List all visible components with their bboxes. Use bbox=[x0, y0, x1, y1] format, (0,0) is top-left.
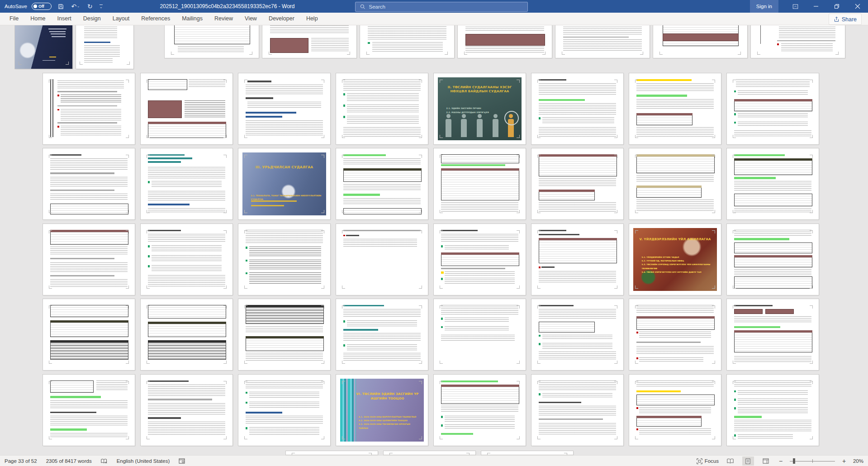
zoom-level[interactable]: 20% bbox=[853, 458, 863, 464]
autosave-label: AutoSave bbox=[5, 4, 27, 9]
page-thumbnail[interactable] bbox=[141, 299, 232, 370]
word-count[interactable]: 2305 of 8417 words bbox=[46, 458, 92, 464]
toggle-knob-icon bbox=[33, 5, 37, 8]
page-thumbnail[interactable] bbox=[629, 148, 721, 219]
page-thumbnail[interactable] bbox=[727, 375, 819, 446]
ribbon-display-options-button[interactable] bbox=[785, 0, 806, 13]
close-button[interactable] bbox=[847, 0, 868, 13]
page-thumbnail[interactable] bbox=[141, 224, 232, 295]
page-thumbnail[interactable] bbox=[434, 148, 526, 219]
page-thumbnail[interactable]: II. ТӨСЛИЙН СУДАЛГААНЫ ХЭСЭГ НӨХЦӨЛ БАЙД… bbox=[434, 73, 526, 144]
document-canvas[interactable]: II. ТӨСЛИЙН СУДАЛГААНЫ ХЭСЭГ НӨХЦӨЛ БАЙД… bbox=[0, 25, 868, 455]
title-bar: AutoSave Off ↶⌄ ↻ ⌄ 202512_190013095c04b… bbox=[0, 0, 868, 13]
page-thumbnail[interactable] bbox=[141, 148, 232, 219]
focus-button[interactable]: Focus bbox=[697, 458, 719, 464]
customize-quick-access-toolbar-icon[interactable]: ⌄ bbox=[100, 5, 103, 8]
page-thumbnail[interactable] bbox=[629, 299, 721, 370]
page-thumbnail[interactable] bbox=[531, 299, 623, 370]
page-thumbnail[interactable] bbox=[629, 73, 721, 144]
page-thumbnail[interactable] bbox=[727, 73, 819, 144]
page-thumbnail[interactable] bbox=[336, 148, 428, 219]
tab-layout[interactable]: Layout bbox=[107, 13, 136, 25]
person-figure-icon bbox=[508, 119, 514, 137]
page-thumbnail[interactable] bbox=[384, 451, 475, 455]
page-thumbnail[interactable] bbox=[43, 375, 135, 446]
web-layout-icon bbox=[763, 458, 769, 464]
page-thumbnail[interactable] bbox=[141, 375, 232, 446]
page-thumbnail[interactable] bbox=[531, 375, 623, 446]
page-thumbnail[interactable] bbox=[434, 375, 526, 446]
zoom-slider[interactable] bbox=[790, 456, 835, 466]
page-thumbnail[interactable] bbox=[43, 224, 135, 295]
undo-icon[interactable]: ↶⌄ bbox=[71, 1, 81, 11]
zoom-in-button[interactable]: + bbox=[841, 457, 847, 465]
page-thumbnail[interactable] bbox=[727, 299, 819, 370]
tab-mailings[interactable]: Mailings bbox=[176, 13, 209, 25]
page-indicator[interactable]: Page 33 of 52 bbox=[5, 458, 37, 464]
page-thumbnail[interactable] bbox=[751, 25, 845, 58]
page-thumbnail[interactable] bbox=[238, 299, 330, 370]
restore-button[interactable] bbox=[826, 0, 847, 13]
page-thumbnail[interactable]: III. УРЬДЧИЛСАН СУДАЛГАА3.1. ТЕХНОЛОГИ, … bbox=[238, 148, 330, 219]
share-button[interactable]: Share bbox=[829, 14, 862, 25]
page-thumbnail[interactable]: V. ҮЙЛДВЭРЛЭЛИЙН ҮЙЛ АЖИЛЛАГАА5.1. ҮЙЛДВ… bbox=[629, 224, 721, 295]
page-thumbnail[interactable] bbox=[336, 224, 428, 295]
tab-insert[interactable]: Insert bbox=[52, 13, 77, 25]
save-icon[interactable] bbox=[56, 1, 66, 11]
page-thumbnail[interactable] bbox=[360, 25, 454, 58]
macro-record-icon[interactable] bbox=[179, 458, 185, 464]
page-thumbnail[interactable] bbox=[458, 25, 552, 58]
search-input[interactable]: Search bbox=[355, 2, 528, 12]
page-thumbnail[interactable] bbox=[336, 299, 428, 370]
page-thumbnail[interactable] bbox=[15, 25, 72, 69]
tab-references[interactable]: References bbox=[135, 13, 176, 25]
tab-design[interactable]: Design bbox=[77, 13, 107, 25]
page-thumbnail[interactable] bbox=[238, 73, 330, 144]
page-thumbnail[interactable] bbox=[629, 375, 721, 446]
page-thumbnail[interactable] bbox=[727, 224, 819, 295]
page-thumbnail[interactable] bbox=[43, 148, 135, 219]
tab-file[interactable]: File bbox=[4, 13, 24, 25]
page-thumbnail[interactable]: VI. ТӨСЛИЙН ЭДИЙН ЗАСГИЙН ҮР АШГИЙН ТООЦ… bbox=[336, 375, 428, 446]
page-thumbnail[interactable] bbox=[555, 25, 650, 58]
redo-icon[interactable]: ↻ bbox=[85, 1, 95, 11]
page-thumbnail[interactable] bbox=[43, 73, 135, 144]
page-thumbnail[interactable] bbox=[238, 224, 330, 295]
language-selector[interactable]: English (United States) bbox=[117, 458, 170, 464]
tab-review[interactable]: Review bbox=[209, 13, 239, 25]
page-thumbnail[interactable] bbox=[141, 73, 232, 144]
zoom-slider-thumb[interactable] bbox=[793, 458, 795, 464]
autosave-state: Off bbox=[38, 4, 44, 9]
tab-view[interactable]: View bbox=[239, 13, 263, 25]
autosave-toggle[interactable]: Off bbox=[32, 3, 52, 10]
page-thumbnail[interactable] bbox=[531, 73, 623, 144]
search-icon bbox=[360, 4, 365, 10]
tab-developer[interactable]: Developer bbox=[263, 13, 300, 25]
minimize-button[interactable] bbox=[806, 0, 826, 13]
page-thumbnail[interactable] bbox=[262, 25, 356, 58]
page-thumbnail[interactable] bbox=[653, 25, 747, 58]
tab-home[interactable]: Home bbox=[24, 13, 51, 25]
sign-in-button[interactable]: Sign in bbox=[750, 0, 778, 13]
page-thumbnail[interactable] bbox=[238, 375, 330, 446]
proofing-errors-icon[interactable] bbox=[101, 458, 108, 464]
focus-icon bbox=[697, 458, 702, 464]
print-layout-button[interactable] bbox=[742, 456, 754, 466]
tab-help[interactable]: Help bbox=[300, 13, 324, 25]
page-thumbnail[interactable] bbox=[434, 299, 526, 370]
page-thumbnail[interactable] bbox=[336, 73, 428, 144]
zoom-out-button[interactable]: − bbox=[778, 457, 784, 465]
page-thumbnail[interactable] bbox=[43, 299, 135, 370]
page-thumbnail[interactable] bbox=[286, 451, 378, 455]
page-thumbnail[interactable] bbox=[165, 25, 259, 58]
page-thumbnail[interactable] bbox=[76, 25, 133, 69]
status-bar: Page 33 of 52 2305 of 8417 words English… bbox=[0, 455, 868, 466]
page-thumbnail[interactable] bbox=[727, 148, 819, 219]
web-layout-button[interactable] bbox=[760, 456, 772, 466]
page-thumbnail[interactable] bbox=[531, 224, 623, 295]
read-mode-button[interactable] bbox=[725, 456, 736, 466]
page-thumbnail[interactable] bbox=[531, 148, 623, 219]
ribbon-tabs: FileHomeInsertDesignLayoutReferencesMail… bbox=[4, 13, 324, 25]
page-thumbnail[interactable] bbox=[481, 451, 573, 455]
page-thumbnail[interactable] bbox=[434, 224, 526, 295]
